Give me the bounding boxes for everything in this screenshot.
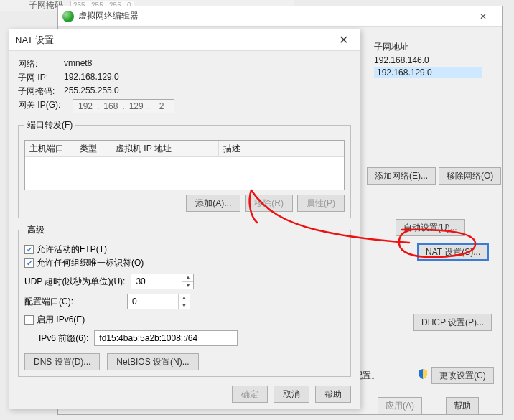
network-value: vmnet8 <box>64 58 92 70</box>
port-forward-table[interactable]: 主机端口 类型 虚拟机 IP 地址 描述 <box>24 140 345 190</box>
add-network-button[interactable]: 添加网络(E)... <box>367 167 436 185</box>
nat-help-button[interactable]: 帮助 <box>315 386 351 403</box>
netbios-settings-button[interactable]: NetBIOS 设置(N)... <box>107 353 198 370</box>
port-forward-group: 端口转发(F) 主机端口 类型 虚拟机 IP 地址 描述 添加(A)... 移除… <box>18 119 351 218</box>
dhcp-settings-button[interactable]: DHCP 设置(P)... <box>413 314 492 331</box>
subnet-mask-value: 255.255.255.0 <box>64 85 119 98</box>
editor-title: 虚拟网络编辑器 <box>78 10 464 22</box>
nat-settings-dialog: NAT 设置 ✕ 网络:vmnet8 子网 IP:192.168.129.0 子… <box>9 29 360 409</box>
cancel-button[interactable]: 取消 <box>274 386 309 403</box>
network-label: 网络: <box>18 58 60 70</box>
pf-col-type: 类型 <box>75 141 111 156</box>
advanced-group: 高级 ✔允许活动的FTP(T) ✔允许任何组织唯一标识符(O) UDP 超时(以… <box>18 224 351 377</box>
spinner-down-icon[interactable]: ▼ <box>182 282 193 289</box>
editor-help-button[interactable]: 帮助 <box>446 397 479 414</box>
apply-button: 应用(A) <box>378 397 422 414</box>
editor-titlebar: 虚拟网络编辑器 ✕ <box>58 6 502 27</box>
subnet-ip-value: 192.168.129.0 <box>64 72 119 84</box>
gateway-ip-input[interactable]: 192. 168. 129. 2 <box>73 99 174 113</box>
nat-close-button[interactable]: ✕ <box>332 29 354 51</box>
spinner-down-icon[interactable]: ▼ <box>179 302 190 309</box>
config-port-label: 配置端口(C): <box>24 296 121 308</box>
udp-timeout-spinner[interactable]: 30 ▲▼ <box>131 274 194 289</box>
nat-settings-button[interactable]: NAT 设置(S)... <box>417 243 489 261</box>
pf-col-vmip: 虚拟机 IP 地址 <box>111 141 219 156</box>
config-port-spinner[interactable]: 0 ▲▼ <box>127 294 190 309</box>
auto-settings-button[interactable]: 自动设置(U)... <box>396 219 465 236</box>
pf-col-desc: 描述 <box>219 141 344 156</box>
ipv6-prefix-label: IPv6 前缀(6): <box>39 332 88 345</box>
network-row-1[interactable]: 192.168.146.0 <box>374 55 429 65</box>
dns-settings-button[interactable]: DNS 设置(D)... <box>24 353 100 370</box>
spinner-up-icon[interactable]: ▲ <box>182 274 193 282</box>
ipv6-prefix-input[interactable]: fd15:4ba5:5a2b:1008::/64 <box>94 330 238 346</box>
pf-properties-button: 属性(P) <box>297 195 345 212</box>
allow-active-ftp-checkbox[interactable]: ✔允许活动的FTP(T) <box>24 243 345 256</box>
checkbox-unchecked-icon <box>24 315 34 325</box>
editor-close-button[interactable]: ✕ <box>469 6 497 27</box>
subnet-mask-label: 子网掩码: <box>18 85 60 98</box>
change-settings-button[interactable]: 更改设置(C) <box>431 367 494 384</box>
pf-add-button[interactable]: 添加(A)... <box>186 195 240 212</box>
udp-timeout-label: UDP 超时(以秒为单位)(U): <box>24 276 125 288</box>
network-row-2-selected[interactable]: 192.168.129.0 <box>374 67 482 78</box>
nat-titlebar: NAT 设置 ✕ <box>9 29 360 51</box>
subnet-ip-label: 子网 IP: <box>18 72 60 84</box>
app-icon <box>62 11 74 22</box>
advanced-legend: 高级 <box>24 224 47 236</box>
nat-title: NAT 设置 <box>15 34 332 47</box>
remove-network-button[interactable]: 移除网络(O) <box>439 167 501 185</box>
ok-button: 确定 <box>232 386 268 403</box>
pf-remove-button: 移除(R) <box>245 195 293 212</box>
spinner-up-icon[interactable]: ▲ <box>179 294 190 302</box>
port-forward-legend: 端口转发(F) <box>24 119 75 131</box>
enable-ipv6-checkbox[interactable]: 启用 IPv6(E) <box>24 314 345 326</box>
allow-any-oui-checkbox[interactable]: ✔允许任何组织唯一标识符(O) <box>24 257 345 269</box>
checkbox-checked-icon: ✔ <box>24 245 34 254</box>
gateway-label: 网关 IP(G): <box>18 99 68 113</box>
shield-icon <box>417 368 429 380</box>
col-subnet-header: 子网地址 <box>374 41 408 53</box>
checkbox-checked-icon: ✔ <box>24 258 34 268</box>
pf-col-hostport: 主机端口 <box>25 141 75 156</box>
